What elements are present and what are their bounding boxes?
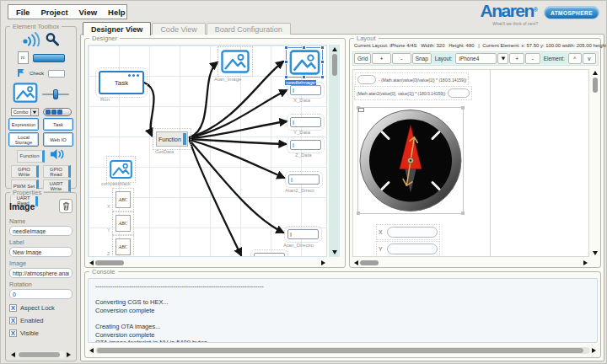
text-cursor-icon: I	[256, 255, 258, 258]
label-node-z[interactable]: ABC	[115, 238, 131, 255]
layout-status: Current Layout: iPhone 4/4S Width: 320 H…	[354, 43, 607, 48]
task-node-name: Run	[100, 97, 110, 102]
main-panel: Designer	[80, 34, 604, 361]
aspect-lock-checkbox[interactable]: X Aspect Lock	[9, 304, 73, 312]
tab-code-view[interactable]: Code View	[152, 23, 205, 35]
grid-button[interactable]: Grid	[354, 53, 371, 64]
x-field[interactable]	[387, 227, 438, 238]
toolbox-item-uart-write[interactable]: UART Write	[43, 179, 71, 192]
toolbox-item-gpio-read[interactable]: GPIO Read	[43, 165, 71, 178]
label-node-z-name: Z	[107, 251, 110, 256]
name-field[interactable]	[9, 226, 73, 236]
toolbox-item-function[interactable]: Function	[17, 150, 45, 163]
expression-element-1[interactable]: - (Math.atan(value[0]/value[1]) * (180/3…	[357, 75, 466, 84]
app-window: File Project View Help Anaren® What'll w…	[0, 0, 607, 364]
toolbox-item-web-io[interactable]: Web IO	[43, 132, 73, 147]
zoom-minus-button[interactable]: -	[525, 53, 540, 64]
checkbox-icon[interactable]	[17, 66, 25, 81]
console-line: Converting CGS to HEX...	[95, 298, 590, 307]
bottom-field-node[interactable]: I	[254, 253, 285, 257]
tab-board-configuration[interactable]: Board Configuration	[207, 23, 291, 35]
properties-hscrollbar[interactable]	[9, 351, 73, 358]
zoom-plus-button[interactable]: +	[509, 53, 524, 64]
needle-image-node-selected[interactable]	[286, 47, 323, 78]
image-icon	[110, 159, 132, 179]
menu-item-help[interactable]: Help	[108, 8, 126, 17]
element-raise-button[interactable]: ^	[568, 53, 582, 64]
y-data-name: Y_Data	[293, 130, 310, 135]
designer-canvas[interactable]: Task Run Function GetData Atan_Image nee…	[88, 45, 327, 257]
delete-element-button[interactable]	[59, 199, 73, 213]
rotation-field[interactable]	[9, 289, 73, 299]
wire-task-function	[144, 83, 154, 136]
label-node-x[interactable]: ABC	[115, 191, 131, 208]
label-node-y[interactable]: ABC	[115, 215, 131, 232]
menu-item-file[interactable]: File	[16, 8, 30, 17]
designer-hscrollbar[interactable]	[88, 259, 327, 266]
designer-vscrollbar[interactable]	[329, 45, 340, 257]
atmosphere-wordmark: ATMOSPHERE	[551, 10, 593, 16]
label-node-x-name: X	[107, 204, 110, 209]
y-field-element[interactable]: Y	[379, 244, 438, 254]
expression-element-2[interactable]: (Math.atan2(value[0], value[1]) * (180/3…	[357, 88, 470, 98]
atan-image-node[interactable]	[221, 50, 250, 73]
y-field[interactable]	[387, 244, 438, 254]
label-icon[interactable]: TL	[18, 51, 29, 64]
toolbox-item-expression[interactable]: Expression	[8, 118, 39, 131]
name-label: Name	[9, 217, 73, 225]
snap-button[interactable]: Snap	[412, 53, 432, 64]
check-field[interactable]	[48, 70, 65, 78]
task-node[interactable]: Task	[99, 71, 144, 94]
label-field[interactable]	[9, 247, 73, 257]
magnifier-icon[interactable]	[45, 32, 60, 50]
console-line: Conversion complete	[95, 331, 590, 340]
aspect-lock-label: Aspect Lock	[20, 304, 55, 312]
toolbox-item-task[interactable]: Task	[43, 118, 73, 131]
toolbox-item-local-storage[interactable]: Local Storage	[8, 132, 39, 147]
expression-field[interactable]	[357, 75, 376, 84]
x-field-label: X	[379, 229, 383, 235]
visible-checkbox[interactable]: X Visible	[9, 329, 73, 337]
scroll-left-icon	[89, 260, 94, 265]
layout-vscrollbar[interactable]	[590, 69, 599, 257]
combobox-icon[interactable]: Combo	[11, 108, 39, 116]
layout-hscrollbar[interactable]	[352, 259, 589, 266]
layout-panel: Layout Current Layout: iPhone 4/4S Width…	[349, 38, 601, 268]
console-line: OTA image footprint in NV is 5409 bytes	[95, 339, 590, 343]
grid-minus-button[interactable]: -	[392, 53, 411, 64]
compass-element-selected[interactable]	[357, 107, 464, 214]
expression-text-2: (Math.atan2(value[0], value[1]) * (180/3…	[357, 91, 445, 96]
image-label: Image	[9, 260, 73, 267]
y-data-node[interactable]: I	[290, 117, 321, 127]
atan2-direct-node[interactable]: I	[288, 174, 320, 185]
function-node[interactable]: Function	[156, 131, 188, 147]
text-cursor-icon: I	[293, 120, 294, 126]
layout-select[interactable]: iPhone4	[455, 53, 497, 64]
menu-item-view[interactable]: View	[79, 8, 97, 17]
y-field-label: Y	[379, 246, 383, 252]
abc-icon: ABC	[119, 244, 127, 249]
speaker-icon[interactable]	[49, 148, 66, 163]
menu-item-project[interactable]: Project	[40, 8, 67, 17]
console-hscrollbar[interactable]	[88, 346, 598, 354]
element-lower-button[interactable]: v	[583, 53, 596, 64]
grid-plus-button[interactable]: +	[372, 53, 391, 64]
x-field-element[interactable]: X	[379, 227, 438, 238]
x-data-node[interactable]: I	[290, 85, 321, 95]
image-icon[interactable]	[13, 83, 38, 106]
enabled-checkbox[interactable]: X Enabled	[9, 317, 73, 324]
compassblack-node[interactable]	[110, 159, 132, 179]
image-url-field[interactable]	[9, 268, 73, 278]
console-output: ----------------------------------------…	[88, 278, 598, 343]
atan-directio-node[interactable]: I	[287, 229, 319, 239]
wireless-icon[interactable]	[22, 32, 40, 50]
toolbox-item-gpio-write[interactable]: GPIO Write	[11, 165, 39, 178]
tab-designer-view[interactable]: Designer View	[83, 22, 151, 35]
button-icon[interactable]	[33, 54, 65, 62]
z-data-node[interactable]: I	[290, 140, 321, 150]
progressbar-icon[interactable]	[43, 108, 72, 116]
layout-dropdown-caret-icon[interactable]	[497, 53, 508, 64]
slider-icon[interactable]	[42, 89, 69, 99]
expression-field[interactable]	[448, 88, 470, 98]
layout-canvas[interactable]: - (Math.atan(value[0]/value[1]) * (180/3…	[352, 69, 589, 257]
